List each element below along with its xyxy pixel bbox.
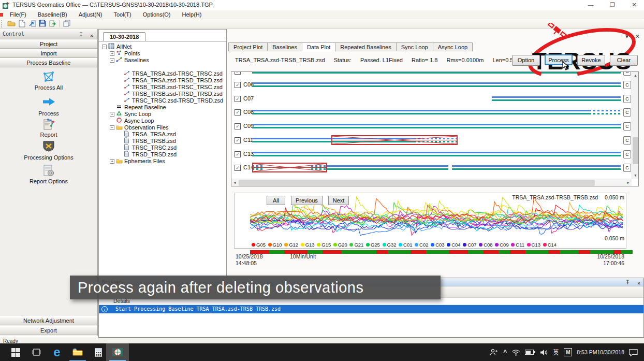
menu-baseline-b[interactable]: Baseline(B)	[32, 10, 73, 19]
satellite-checkbox[interactable]: ✓	[235, 123, 241, 129]
input-mode-indicator[interactable]: M	[564, 348, 572, 356]
revoke-button[interactable]: Revoke	[577, 55, 605, 66]
tree-item-baselines[interactable]: −Baselines	[100, 57, 225, 64]
edge-browser-icon[interactable]: e	[46, 343, 68, 361]
sidebar-action-report-options[interactable]: Report Options	[0, 164, 97, 184]
satellite-checkbox[interactable]: ✓	[235, 151, 241, 157]
menu-file-f[interactable]: File(F)	[4, 10, 32, 19]
hscroll-thumb[interactable]	[239, 180, 595, 186]
process-button[interactable]: Process	[545, 54, 573, 65]
tree-item-trsa-trsa-zsd-trsd-trsd-zsd[interactable]: TRSA_TRSA.zsd-TRSD_TRSD.zsd	[100, 77, 225, 84]
row-c-button[interactable]: C	[623, 108, 631, 117]
scroll-up-icon[interactable]: ▲	[632, 72, 639, 79]
task-view-button[interactable]	[25, 343, 48, 361]
scroll-down-icon[interactable]: ▼	[632, 172, 639, 179]
satellite-checkbox[interactable]: ✓	[235, 82, 241, 88]
tab-sync-loop[interactable]: Sync Loop	[397, 42, 433, 51]
satellite-checkbox[interactable]: ✓	[235, 165, 241, 171]
tray-expand-icon[interactable]: ^	[503, 349, 507, 356]
speaker-icon[interactable]	[540, 349, 548, 356]
tree-expander-icon[interactable]: −	[102, 45, 107, 49]
menu-tool-t[interactable]: Tool(T)	[108, 10, 137, 19]
ime-language-indicator[interactable]: 英	[553, 348, 559, 357]
row-c-button[interactable]: C	[623, 164, 631, 172]
scroll-left-icon[interactable]: ◄	[231, 179, 238, 186]
tree-expander-icon[interactable]: −	[110, 125, 114, 130]
tree-expander-icon[interactable]: −	[110, 58, 114, 63]
satellite-checkbox[interactable]: ✓	[235, 137, 241, 143]
new-document-icon[interactable]	[17, 19, 27, 28]
vscroll-thumb[interactable]	[633, 137, 638, 164]
tab-async-loop[interactable]: Async Loop	[433, 42, 473, 51]
message-row[interactable]: iStart Processing Baseline TRSA_TRSA.zsd…	[99, 305, 643, 313]
tree-item-item[interactable]	[100, 64, 225, 70]
previous-button[interactable]: Previous	[291, 196, 323, 205]
sidebar-section-project[interactable]: Project	[0, 39, 97, 49]
sidebar-action-processing-options[interactable]: Processing Options	[0, 140, 97, 161]
row-c-button[interactable]: C	[623, 136, 631, 145]
tree-expander-icon[interactable]: +	[110, 51, 114, 56]
row-c-button[interactable]: C	[623, 71, 631, 76]
export-icon[interactable]	[48, 19, 58, 28]
minimize-button[interactable]: —	[581, 0, 601, 10]
tab-baselines[interactable]: Baselines	[268, 42, 302, 51]
open-folder-icon[interactable]	[6, 19, 17, 28]
battery-icon[interactable]	[525, 350, 535, 355]
pin-icon[interactable]	[625, 280, 630, 286]
tree-item-observation-files[interactable]: −Observation Files	[100, 124, 225, 131]
vertical-scrollbar[interactable]: ▲ ▼	[632, 72, 638, 179]
tree-item-trsd-trsd-zsd[interactable]: TRSD_TRSD.zsd	[100, 151, 225, 158]
all-button[interactable]: All	[267, 196, 285, 205]
tab-repeated-baselines[interactable]: Repeated Baselines	[335, 42, 396, 51]
satellite-checkbox[interactable]: ✓	[235, 96, 241, 102]
pin-icon[interactable]	[78, 31, 85, 40]
tree-expander-icon[interactable]: +	[110, 112, 114, 117]
sidebar-action-process-all[interactable]: Process All	[0, 70, 97, 91]
menu-adjust-n[interactable]: Adjust(N)	[73, 10, 108, 19]
tersus-app-icon[interactable]	[106, 343, 129, 361]
pane-dropdown-icon[interactable]: ▾	[625, 33, 628, 39]
satellite-checkbox[interactable]: ✓	[235, 71, 241, 75]
tree-item-async-loop[interactable]: Async Loop	[100, 118, 225, 124]
tree-item-ephemeris-files[interactable]: +Ephemeris Files	[100, 158, 225, 165]
notification-icon[interactable]	[629, 349, 638, 356]
option-button[interactable]: Option	[512, 55, 540, 66]
tree-item-trsb-trsb-zsd-trsc-trsc-zsd[interactable]: TRSB_TRSB.zsd-TRSC_TRSC.zsd	[100, 84, 225, 91]
report-copy-icon[interactable]	[62, 19, 72, 28]
close-button[interactable]: ✕	[624, 0, 644, 10]
row-c-button[interactable]: C	[623, 150, 631, 158]
scroll-right-icon[interactable]: ►	[625, 179, 632, 186]
taskbar-clock[interactable]: 8:53 PM 10/30/2018	[577, 349, 624, 356]
horizontal-scrollbar[interactable]: ◄ ►	[231, 179, 632, 186]
sidebar-action-process[interactable]: Process	[0, 96, 97, 117]
row-c-button[interactable]: C	[623, 81, 631, 89]
menu-help-h[interactable]: Help(H)	[177, 10, 208, 19]
next-button[interactable]: Next	[328, 196, 349, 205]
import-icon[interactable]	[27, 19, 37, 28]
sidebar-section-export[interactable]: Export	[0, 326, 97, 335]
tree-item-trsa-trsa-zsd-trsc-trsc-zsd[interactable]: TRSA_TRSA.zsd-TRSC_TRSC.zsd	[100, 70, 225, 77]
start-button[interactable]	[4, 343, 27, 361]
sidebar-section-import[interactable]: Import	[0, 49, 97, 58]
project-tab[interactable]: 10-30-2018	[103, 32, 145, 41]
tree-item-trsb-trsb-zsd[interactable]: TRSB_TRSB.zsd	[100, 138, 225, 145]
tree-item-trsb-trsb-zsd-trsd-trsd-zsd[interactable]: TRSB_TRSB.zsd-TRSD_TRSD.zsd	[100, 91, 225, 97]
sidebar-action-report[interactable]: Report	[0, 118, 97, 138]
row-c-button[interactable]: C	[623, 95, 631, 103]
close-panel-icon[interactable]: ✕	[88, 31, 95, 40]
tree-item-trsc-trsc-zsd[interactable]: TRSC_TRSC.zsd	[100, 145, 225, 151]
clear-button[interactable]: Clear	[610, 55, 638, 66]
tab-project-plot[interactable]: Project Plot	[228, 42, 268, 51]
close-panel-icon[interactable]: ✕	[637, 280, 640, 286]
tab-data-plot[interactable]: Data Plot	[302, 42, 335, 52]
pane-close-icon[interactable]: ✕	[635, 33, 640, 39]
restore-button[interactable]: ❐	[603, 0, 622, 10]
menu-options-o[interactable]: Options(O)	[137, 10, 177, 19]
satellite-checkbox[interactable]: ✓	[235, 109, 241, 115]
tree-item-trsa-trsa-zsd[interactable]: TRSA_TRSA.zsd	[100, 131, 225, 138]
sidebar-section-network-adjustment[interactable]: Network Adjustment	[0, 316, 97, 325]
file-explorer-icon[interactable]	[66, 343, 89, 361]
tree-expander-icon[interactable]: +	[110, 159, 114, 164]
save-icon[interactable]	[37, 19, 48, 28]
wifi-icon[interactable]	[511, 349, 520, 356]
